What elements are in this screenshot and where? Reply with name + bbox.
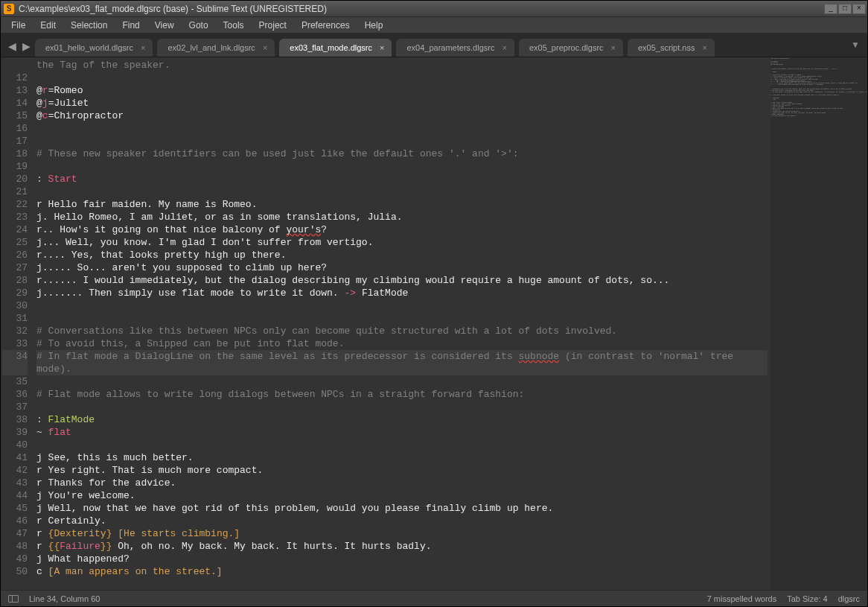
menu-bar: FileEditSelectionFindViewGotoToolsProjec… xyxy=(1,17,867,34)
window-title: C:\examples\ex03_flat_mode.dlgsrc (base)… xyxy=(19,4,824,14)
tab-ex02_lvl_and_lnk-dlgsrc[interactable]: ex02_lvl_and_lnk.dlgsrc× xyxy=(157,39,275,57)
tab-overflow-icon[interactable]: ▼ xyxy=(851,39,860,50)
tab-close-icon[interactable]: × xyxy=(141,43,145,52)
tab-close-icon[interactable]: × xyxy=(702,43,706,52)
code-line[interactable]: ~ flat xyxy=(36,426,768,439)
code-line[interactable] xyxy=(36,185,768,198)
status-syntax[interactable]: dlgsrc xyxy=(838,594,860,603)
code-line[interactable]: @c=Chiropractor xyxy=(36,109,768,122)
menu-help[interactable]: Help xyxy=(359,19,389,32)
window-titlebar: S C:\examples\ex03_flat_mode.dlgsrc (bas… xyxy=(1,1,867,17)
nav-back-icon[interactable]: ◀ xyxy=(8,40,16,52)
minimize-button[interactable]: _ xyxy=(824,4,837,14)
tab-ex04_parameters-dlgsrc[interactable]: ex04_parameters.dlgsrc× xyxy=(396,39,514,57)
menu-project[interactable]: Project xyxy=(253,19,293,32)
code-line[interactable]: j. Hello Romeo, I am Juliet, or as in so… xyxy=(36,211,768,223)
app-icon: S xyxy=(4,4,14,14)
code-line[interactable]: c [A man appears on the street.] xyxy=(36,565,768,578)
code-line[interactable]: # In flat mode a DialogLine on the same … xyxy=(36,350,768,375)
tab-ex01_hello_world-dlgsrc[interactable]: ex01_hello_world.dlgsrc× xyxy=(35,39,153,57)
code-line[interactable]: # Conversations like this between NPCs o… xyxy=(36,325,768,337)
menu-preferences[interactable]: Preferences xyxy=(296,19,356,32)
tab-label: ex04_parameters.dlgsrc xyxy=(406,43,494,52)
code-line[interactable]: j What happened? xyxy=(36,553,768,565)
minimap[interactable]: the Tag of the speaker. @r=Romeo @j=Juli… xyxy=(770,57,867,590)
window-buttons: _ □ × xyxy=(824,4,866,14)
code-line[interactable] xyxy=(36,401,768,413)
code-line[interactable]: j..... So... aren't you supposed to clim… xyxy=(36,261,768,274)
menu-file[interactable]: File xyxy=(5,19,31,32)
code-line[interactable] xyxy=(36,122,768,135)
tab-close-icon[interactable]: × xyxy=(263,43,267,52)
code-line[interactable]: r {Dexterity} [He starts climbing.] xyxy=(36,527,768,540)
code-line[interactable] xyxy=(36,312,768,325)
menu-view[interactable]: View xyxy=(149,19,180,32)
code-line[interactable]: r Certainly. xyxy=(36,515,768,527)
tab-label: ex05_preproc.dlgsrc xyxy=(529,43,604,52)
status-tabsize[interactable]: Tab Size: 4 xyxy=(787,594,827,603)
menu-selection[interactable]: Selection xyxy=(65,19,113,32)
nav-forward-icon[interactable]: ▶ xyxy=(22,40,31,52)
maximize-button[interactable]: □ xyxy=(838,4,852,14)
code-line[interactable]: j... Well, you know. I'm glad I don't su… xyxy=(36,236,768,249)
code-editor[interactable]: the Tag of the speaker.@r=Romeo@j=Juliet… xyxy=(33,57,770,590)
tab-close-icon[interactable]: × xyxy=(502,43,506,52)
code-line[interactable]: r {{Failure}} Oh, oh no. My back. My bac… xyxy=(36,540,768,553)
tab-close-icon[interactable]: × xyxy=(380,43,384,52)
tab-bar: ◀ ▶ ex01_hello_world.dlgsrc×ex02_lvl_and… xyxy=(1,34,867,57)
tab-ex03_flat_mode-dlgsrc[interactable]: ex03_flat_mode.dlgsrc× xyxy=(279,39,392,57)
code-line[interactable]: j....... Then simply use flat mode to wr… xyxy=(36,287,768,299)
status-spellcheck[interactable]: 7 misspelled words xyxy=(707,594,777,603)
editor-area: 1213141516171819202122232425262728293031… xyxy=(1,57,867,590)
code-line[interactable]: r.... Yes, that looks pretty high up the… xyxy=(36,249,768,261)
menu-tools[interactable]: Tools xyxy=(217,19,250,32)
tab-label: ex02_lvl_and_lnk.dlgsrc xyxy=(167,43,255,52)
close-button[interactable]: × xyxy=(852,4,866,14)
code-line[interactable] xyxy=(36,71,768,84)
code-line[interactable]: # These new speaker identifiers can be u… xyxy=(36,147,768,160)
code-line[interactable]: r.. How's it going on that nice balcony … xyxy=(36,223,768,236)
menu-edit[interactable]: Edit xyxy=(34,19,62,32)
code-line[interactable]: r Hello fair maiden. My name is Romeo. xyxy=(36,198,768,211)
tab-ex05_script-nss[interactable]: ex05_script.nss× xyxy=(628,39,715,57)
code-line[interactable]: j You're welcome. xyxy=(36,489,768,502)
code-line[interactable]: r Thanks for the advice. xyxy=(36,477,768,489)
code-line[interactable]: @j=Juliet xyxy=(36,97,768,109)
menu-goto[interactable]: Goto xyxy=(183,19,214,32)
code-line[interactable]: j See, this is much better. xyxy=(36,451,768,464)
menu-find[interactable]: Find xyxy=(116,19,145,32)
code-line[interactable]: # Flat mode allows to write long dialogs… xyxy=(36,388,768,401)
code-line[interactable]: : Start xyxy=(36,173,768,185)
tab-label: ex01_hello_world.dlgsrc xyxy=(45,43,133,52)
code-line[interactable] xyxy=(36,160,768,173)
code-line[interactable]: : FlatMode xyxy=(36,413,768,426)
status-cursor[interactable]: Line 34, Column 60 xyxy=(29,594,100,603)
code-line[interactable]: the Tag of the speaker. xyxy=(36,59,768,71)
tab-label: ex03_flat_mode.dlgsrc xyxy=(290,43,372,52)
code-line[interactable]: j Well, now that we have got rid of this… xyxy=(36,502,768,515)
code-line[interactable]: r Yes right. That is much more compact. xyxy=(36,464,768,477)
code-line[interactable]: # To avoid this, a Snipped can be put in… xyxy=(36,337,768,350)
code-line[interactable] xyxy=(36,299,768,312)
code-line[interactable]: r...... I would immediately, but the dia… xyxy=(36,274,768,287)
status-bar: Line 34, Column 60 7 misspelled words Ta… xyxy=(1,590,867,606)
tab-label: ex05_script.nss xyxy=(638,43,695,52)
tab-close-icon[interactable]: × xyxy=(611,43,616,52)
code-line[interactable]: @r=Romeo xyxy=(36,84,768,97)
code-line[interactable] xyxy=(36,439,768,451)
tab-ex05_preproc-dlgsrc[interactable]: ex05_preproc.dlgsrc× xyxy=(519,39,623,57)
panel-switcher-icon[interactable] xyxy=(8,595,19,603)
tab-nav-arrows: ◀ ▶ xyxy=(7,40,35,57)
code-line[interactable] xyxy=(36,375,768,388)
line-number-gutter: 1213141516171819202122232425262728293031… xyxy=(1,57,33,590)
code-line[interactable] xyxy=(36,135,768,147)
